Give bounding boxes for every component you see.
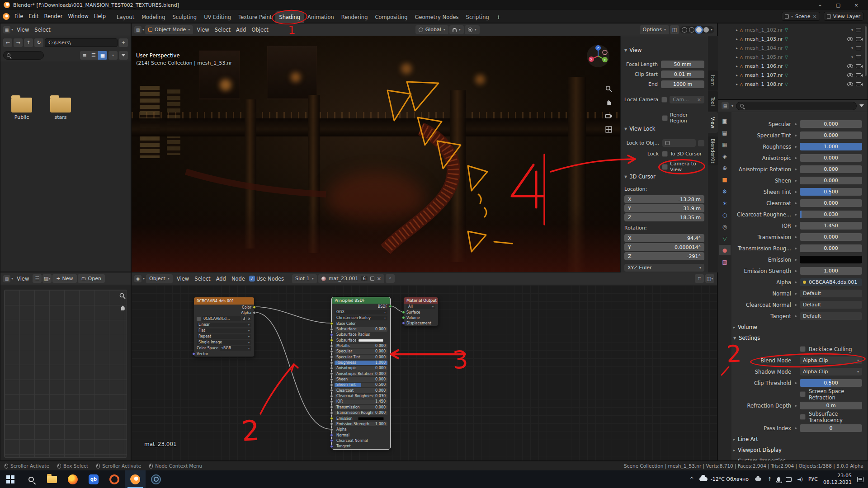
menu-item[interactable]: Edit xyxy=(26,10,41,23)
expand-icon[interactable]: ▸ xyxy=(736,28,738,32)
property-value-field[interactable]: 0.000 xyxy=(800,120,862,128)
input-socket[interactable] xyxy=(402,311,405,314)
settings-section-header[interactable]: ▼Settings xyxy=(731,333,864,343)
workspace-tab[interactable]: Shading 1 xyxy=(275,11,304,23)
back-button[interactable]: ← xyxy=(3,38,12,47)
unlink-icon[interactable]: × xyxy=(247,316,251,321)
fake-user-shield-icon[interactable] xyxy=(370,277,374,281)
steam-button[interactable] xyxy=(146,470,166,488)
workspace-tab[interactable]: Rendering 1 xyxy=(338,11,372,23)
chevron-down-icon[interactable]: ▾ xyxy=(851,55,853,59)
thumbnail-view-button[interactable]: ▦ xyxy=(98,51,107,60)
image-canvas[interactable] xyxy=(4,290,127,458)
hamburger-menu-icon[interactable]: ☰ xyxy=(33,274,42,283)
focal-length-field[interactable]: 50 mm xyxy=(661,61,704,68)
editor-type-icon[interactable]: ▧ xyxy=(134,26,142,33)
editor-type-icon[interactable]: ◉ xyxy=(134,275,142,282)
input-socket[interactable] xyxy=(330,422,333,426)
bsdf-input-row[interactable]: Metallic 0.000 xyxy=(332,343,390,348)
zoom-icon[interactable] xyxy=(605,85,613,93)
menu-item[interactable]: View xyxy=(14,272,32,285)
property-value-field[interactable]: Default xyxy=(800,301,862,309)
xray-toggle[interactable]: ◫ xyxy=(670,25,679,34)
cursor-location-x[interactable]: X-13.28 m xyxy=(624,195,704,203)
properties-tab[interactable]: ● xyxy=(719,245,731,255)
property-value-field[interactable]: 0.500 xyxy=(800,188,862,196)
decorator-dot-icon[interactable] xyxy=(795,225,797,227)
input-socket[interactable] xyxy=(330,328,333,331)
clock[interactable]: 23:05 08.12.2021 xyxy=(823,473,852,486)
properties-tab[interactable]: ▽ xyxy=(719,233,731,244)
image-browse-dropdown[interactable]: ▨▾ xyxy=(42,274,52,283)
properties-tab[interactable]: ■ xyxy=(719,174,731,185)
scene-selector[interactable]: ▾ Scene × xyxy=(782,12,820,21)
properties-tab[interactable]: ◈ xyxy=(719,151,731,161)
property-value-field[interactable]: 1.450 xyxy=(800,222,862,230)
disable-render-camera-icon[interactable] xyxy=(856,73,861,77)
workspace-tab[interactable]: Modeling 1 xyxy=(138,11,169,23)
input-socket[interactable] xyxy=(330,445,333,448)
disable-render-camera-icon[interactable] xyxy=(856,64,861,68)
bsdf-input-row[interactable]: Clearcoat 0.000 xyxy=(332,388,390,393)
snap-dropdown[interactable]: ▾ xyxy=(449,25,464,34)
proportional-editing-dropdown[interactable]: ▾ xyxy=(465,25,480,34)
cursor-location-y[interactable]: Y31.9 m xyxy=(624,204,704,212)
unlink-icon[interactable]: × xyxy=(377,276,381,282)
open-image-button[interactable]: 🗀 Open xyxy=(78,274,105,283)
rotation-mode-dropdown[interactable]: XYZ Euler▾ xyxy=(624,264,704,272)
decorator-dot-icon[interactable] xyxy=(795,180,797,182)
subsurface-method-dropdown[interactable]: Christensen-Burley▾ xyxy=(335,316,387,320)
minimize-button[interactable]: – xyxy=(812,0,828,9)
cursor-rotation-z[interactable]: Z-291° xyxy=(624,252,704,260)
node-header[interactable]: 0CBCAAB4.dds.001 xyxy=(194,297,254,305)
decorator-dot-icon[interactable] xyxy=(795,304,797,306)
node-header[interactable]: Principled BSDF xyxy=(332,297,390,304)
view-layer-selector[interactable]: View Layer xyxy=(824,12,863,21)
local-camera-checkbox[interactable] xyxy=(661,97,667,103)
viewport-canvas[interactable]: User Perspective (214) Scene Collection … xyxy=(132,36,620,272)
create-folder-button[interactable]: + xyxy=(119,38,128,47)
folder-item[interactable]: Public xyxy=(6,98,38,120)
menu-item[interactable]: Add xyxy=(213,276,229,282)
decorator-dot-icon[interactable] xyxy=(795,282,797,283)
disable-render-camera-icon[interactable] xyxy=(856,82,861,86)
property-value-field[interactable]: Default xyxy=(800,312,862,320)
zoom-icon[interactable] xyxy=(119,292,126,300)
property-value-field[interactable]: Default xyxy=(800,290,862,297)
bsdf-input-row[interactable]: Specular Tint 0.000 xyxy=(332,354,390,360)
user-count-badge[interactable]: 6 xyxy=(361,276,367,281)
decorator-dot-icon[interactable] xyxy=(795,270,797,272)
input-socket[interactable] xyxy=(402,316,405,319)
decorator-dot-icon[interactable] xyxy=(795,157,797,159)
eyedropper-icon[interactable] xyxy=(698,140,704,146)
unlink-icon[interactable]: × xyxy=(697,97,701,103)
output-socket[interactable] xyxy=(253,311,256,314)
bsdf-input-row[interactable]: Normal xyxy=(332,432,390,438)
property-value-field[interactable]: 0.000 xyxy=(800,154,862,162)
shader-type-dropdown[interactable]: Object▾ xyxy=(146,274,173,283)
input-socket[interactable] xyxy=(330,383,333,386)
hide-eye-icon[interactable] xyxy=(847,64,853,68)
3d-cursor-panel-header[interactable]: ▼3D Cursor xyxy=(624,174,704,180)
properties-search-input[interactable] xyxy=(736,102,857,110)
pin-icon[interactable]: ◦ xyxy=(386,274,395,283)
input-socket[interactable] xyxy=(330,333,333,336)
expand-icon[interactable]: ▸ xyxy=(736,46,738,50)
cursor-rotation-y[interactable]: Y0.000014° xyxy=(624,243,704,251)
decorator-dot-icon[interactable] xyxy=(795,123,797,125)
weather-widget[interactable]: -12°C Облачно xyxy=(699,476,749,482)
notification-center-icon[interactable] xyxy=(857,477,863,482)
outliner-row[interactable]: ▸ △ mesh_1_103.nr ▽ ▾ xyxy=(718,34,868,43)
input-socket[interactable] xyxy=(330,439,333,442)
input-socket[interactable] xyxy=(330,400,333,403)
quixel-bridge-button[interactable]: qb xyxy=(83,470,104,488)
menu-item[interactable]: Node xyxy=(229,276,248,282)
outliner-row[interactable]: ▸ △ mesh_1_107.nr ▽ ▾ xyxy=(718,70,868,80)
input-socket[interactable] xyxy=(330,366,333,370)
hide-eye-icon[interactable] xyxy=(847,73,853,77)
chevron-down-icon[interactable]: ▾ xyxy=(711,28,712,32)
mode-dropdown[interactable]: Object Mode▾ xyxy=(145,25,193,34)
outliner-scrollbar[interactable] xyxy=(865,26,867,76)
cursor-rotation-x[interactable]: X94.4° xyxy=(624,234,704,242)
menu-item[interactable]: Help xyxy=(91,10,108,23)
